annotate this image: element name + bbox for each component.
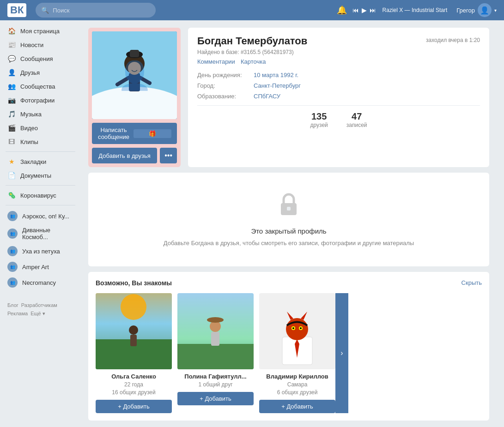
profile-name: Богдан Темербулатов xyxy=(197,35,307,47)
home-icon: 🏠 xyxy=(7,27,16,35)
user-menu[interactable]: Грегор 👤 ▾ xyxy=(456,3,497,17)
sidebar-item-my-page[interactable]: 🏠 Моя страница xyxy=(0,24,81,38)
sidebar-item-label: Коронавирус xyxy=(20,192,56,199)
person-meta1: 22 года xyxy=(96,381,172,388)
person-name: Полина Гафиятулл... xyxy=(177,373,254,380)
write-message-button[interactable]: Написать сообщение 🎁 xyxy=(92,123,177,144)
add-friend-button[interactable]: Добавить в друзья xyxy=(92,148,157,163)
camera-icon: 📷 xyxy=(7,96,16,104)
svg-rect-16 xyxy=(130,335,137,346)
person-photo xyxy=(177,293,254,369)
group-label: Аэрокос, оп! Ку... xyxy=(22,213,69,220)
sidebar-group-amper[interactable]: 👥 Amper Art xyxy=(0,259,81,275)
sidebar-item-friends[interactable]: 👤 Друзья xyxy=(0,66,81,79)
profile-top: Написать сообщение 🎁 Добавить в друзья •… xyxy=(88,28,489,167)
card-link[interactable]: Карточка xyxy=(241,58,266,65)
search-input[interactable] xyxy=(53,7,150,14)
last-seen: заходил вчера в 1:20 xyxy=(426,37,480,43)
svg-point-31 xyxy=(300,327,302,329)
sidebar-footer: Блог Разработчикам Реклама Ещё ▾ xyxy=(0,298,81,321)
svg-rect-3 xyxy=(129,73,140,91)
svg-point-14 xyxy=(121,294,146,320)
sidebar-item-documents[interactable]: 📄 Документы xyxy=(0,168,81,182)
newspaper-icon: 📰 xyxy=(7,41,16,48)
player-next-button[interactable]: ⏭ xyxy=(370,6,376,14)
friends-stat[interactable]: 135 друзей xyxy=(310,111,328,128)
person-meta1: 1 общий друг xyxy=(177,381,254,388)
virus-icon: 🦠 xyxy=(7,192,16,199)
profile-photo-svg xyxy=(92,31,177,119)
education-value: СПбГАСУ xyxy=(254,93,280,100)
scroll-right-button[interactable]: › xyxy=(335,293,348,413)
profile-photo[interactable] xyxy=(92,31,177,119)
may-know-person: Владимир Кириллов Самара 6 общих друзей … xyxy=(259,293,335,413)
add-person-button[interactable]: + Добавить xyxy=(259,400,335,413)
birthday-row: День рождения: 10 марта 1992 г. xyxy=(197,72,480,78)
sidebar-item-label: Закладки xyxy=(20,158,46,165)
write-message-label: Написать сообщение xyxy=(97,126,130,140)
sidebar-item-messages[interactable]: 💬 Сообщения xyxy=(0,52,81,66)
profile-links: Комментарии Карточка xyxy=(197,58,480,65)
sidebar-item-news[interactable]: 📰 Новости xyxy=(0,38,81,52)
birthday-label: День рождения: xyxy=(197,72,248,78)
notifications-bell[interactable]: 🔔 xyxy=(337,5,347,15)
sidebar-item-music[interactable]: 🎵 Музыка xyxy=(0,107,81,121)
footer-ads-link[interactable]: Реклама xyxy=(7,311,28,317)
more-options-button[interactable]: ••• xyxy=(160,148,177,163)
hide-may-know-link[interactable]: Скрыть xyxy=(461,279,482,286)
sidebar-item-communities[interactable]: 👥 Сообщества xyxy=(0,79,81,93)
svg-point-15 xyxy=(129,325,138,335)
birthday-value: 10 марта 1992 г. xyxy=(254,72,298,78)
group-avatar: 👥 xyxy=(7,246,18,256)
sidebar-item-label: Новости xyxy=(20,42,43,48)
group-label: Диванные Космоб... xyxy=(22,227,73,241)
person-meta2: 6 общих друзей xyxy=(259,389,335,396)
sidebar-item-clips[interactable]: 🎞 Клипы xyxy=(0,135,81,149)
may-know-person: Ольга Саленко 22 года 16 общих друзей + … xyxy=(96,293,172,413)
person-photo-image xyxy=(96,293,172,369)
footer-blog-link[interactable]: Блог xyxy=(7,302,18,308)
comments-link[interactable]: Комментарии xyxy=(197,58,235,65)
group-avatar: 👥 xyxy=(7,211,18,221)
svg-point-20 xyxy=(207,317,224,323)
closed-profile-title: Это закрытый профиль xyxy=(97,227,480,235)
player-play-button[interactable]: ▶ xyxy=(362,6,367,14)
profile-photo-card: Написать сообщение 🎁 Добавить в друзья •… xyxy=(88,28,181,167)
posts-label: записей xyxy=(346,122,367,128)
sidebar-item-video[interactable]: 🎬 Видео xyxy=(0,121,81,135)
sidebar-item-coronavirus[interactable]: 🦠 Коронавирус xyxy=(0,188,81,202)
svg-rect-21 xyxy=(211,332,219,346)
sidebar-group-aerokos[interactable]: 👥 Аэрокос, оп! Ку... xyxy=(0,208,81,224)
sidebar-item-photos[interactable]: 📷 Фотографии xyxy=(0,93,81,107)
sidebar-item-label: Фотографии xyxy=(20,97,55,104)
add-person-button[interactable]: + Добавить xyxy=(96,400,172,413)
person-name: Владимир Кириллов xyxy=(259,373,335,380)
group-label: Necromancy xyxy=(22,279,56,286)
search-icon: 🔍 xyxy=(41,6,49,14)
posts-stat[interactable]: 47 записей xyxy=(346,111,367,128)
document-icon: 📄 xyxy=(7,172,16,179)
sidebar-group-ukha[interactable]: 👥 Уха из петуха xyxy=(0,243,81,259)
svg-rect-18 xyxy=(177,344,254,369)
sidebar-item-label: Клипы xyxy=(20,138,38,145)
person-photo xyxy=(259,293,335,369)
group-label: Amper Art xyxy=(22,264,49,271)
sidebar: 🏠 Моя страница 📰 Новости 💬 Сообщения 👤 Д… xyxy=(0,20,81,427)
sidebar-item-bookmarks[interactable]: ★ Закладки xyxy=(0,155,81,168)
footer-more-link[interactable]: Ещё ▾ xyxy=(30,311,45,317)
add-person-button[interactable]: + Добавить xyxy=(177,392,254,405)
sidebar-item-label: Моя страница xyxy=(20,28,60,35)
player-prev-button[interactable]: ⏮ xyxy=(352,6,359,14)
track-name: Raziel X — Industrial Start xyxy=(383,7,448,13)
person1-svg xyxy=(96,293,172,369)
sidebar-group-necromancy[interactable]: 👥 Necromancy xyxy=(0,275,81,290)
city-value: Санкт-Петербург xyxy=(254,82,301,89)
sidebar-divider-3 xyxy=(6,205,75,205)
add-friend-label: Добавить в друзья xyxy=(97,152,152,159)
group-icon: 👥 xyxy=(7,83,16,90)
may-know-card: Возможно, Вы знакомы Скрыть xyxy=(88,272,489,421)
footer-dev-link[interactable]: Разработчикам xyxy=(21,302,57,308)
person2-svg xyxy=(177,293,254,369)
sidebar-group-divannye[interactable]: 👥 Диванные Космоб... xyxy=(0,224,81,243)
vk-logo: ВК xyxy=(7,3,26,17)
